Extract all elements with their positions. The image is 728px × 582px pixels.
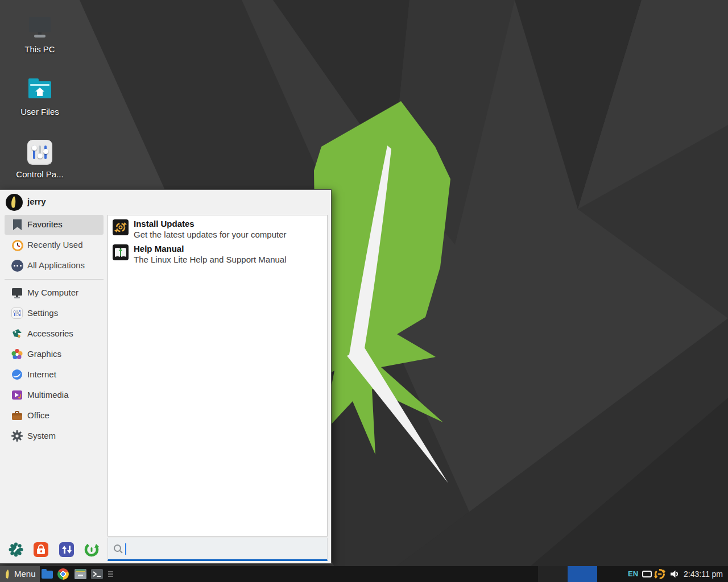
workspace-1[interactable] <box>538 566 568 582</box>
desktop-icon-label: This PC <box>9 44 71 54</box>
category-label: Accessories <box>27 329 73 338</box>
settings-manager-icon[interactable] <box>9 542 23 557</box>
sidebar-item-recently-used[interactable]: Recently Used <box>5 235 104 255</box>
sidebar-separator <box>5 279 104 280</box>
category-my-computer[interactable]: My Computer <box>5 282 104 303</box>
text-caret <box>125 543 126 555</box>
sidebar-item-label: Favorites <box>27 219 63 229</box>
app-row-help-manual[interactable]: Help Manual The Linux Lite Help and Supp… <box>109 243 326 268</box>
office-icon <box>11 410 23 421</box>
help-manual-icon <box>113 244 129 260</box>
clock-icon <box>11 239 24 252</box>
menu-button[interactable]: Menu <box>0 566 40 582</box>
category-label: My Computer <box>27 288 78 297</box>
category-accessories[interactable]: Accessories <box>5 323 104 344</box>
all-apps-icon <box>11 260 24 272</box>
linux-lite-feather-icon <box>6 194 23 211</box>
category-multimedia[interactable]: Multimedia <box>5 385 104 405</box>
app-title: Install Updates <box>134 219 195 228</box>
lock-screen-icon[interactable] <box>34 542 48 557</box>
desktop-icon-label: Control Pa... <box>9 169 71 179</box>
internet-icon <box>11 369 23 380</box>
whisker-menu: jerry Favorites Recently Used All Applic… <box>0 189 332 564</box>
volume-icon[interactable] <box>669 569 680 579</box>
category-settings[interactable]: Settings <box>5 303 104 323</box>
user-avatar[interactable] <box>6 194 23 211</box>
chrome-browser-icon[interactable] <box>57 568 70 580</box>
search-icon <box>113 544 123 554</box>
category-system[interactable]: System <box>5 426 104 446</box>
computer-icon <box>9 14 71 43</box>
system-gear-icon <box>11 430 23 442</box>
category-label: Multimedia <box>27 390 69 400</box>
sidebar-item-label: All Applications <box>27 260 85 270</box>
accessories-icon <box>11 328 23 339</box>
file-manager-icon[interactable] <box>41 568 53 580</box>
my-computer-icon <box>11 287 23 298</box>
category-label: Internet <box>27 369 56 379</box>
settings-icon <box>11 307 23 319</box>
display-tray-icon[interactable] <box>642 571 652 577</box>
desktop-icon-control-panel[interactable]: Control Pa... <box>9 139 71 179</box>
keyboard-layout-indicator[interactable]: EN <box>628 566 638 582</box>
desktop-icon-label: User Files <box>9 107 71 117</box>
sidebar-item-label: Recently Used <box>27 240 83 250</box>
bookmark-icon <box>11 219 24 231</box>
terminal-icon[interactable] <box>91 568 104 580</box>
app-row-install-updates[interactable]: Install Updates Get the latest updates f… <box>109 218 326 243</box>
panel-grip-handle[interactable] <box>108 570 115 578</box>
category-label: System <box>27 431 56 440</box>
update-notifier-icon[interactable] <box>654 568 665 580</box>
category-internet[interactable]: Internet <box>5 364 104 385</box>
app-description: Get the latest updates for your computer <box>134 230 286 239</box>
taskbar: Menu EN <box>0 566 728 582</box>
graphics-icon <box>11 348 23 360</box>
category-label: Office <box>27 410 49 420</box>
username-label: jerry <box>27 197 46 206</box>
desktop: This PC User Files Control Pa... jerry <box>0 0 728 582</box>
category-label: Graphics <box>27 349 61 359</box>
sidebar-item-all-applications[interactable]: All Applications <box>5 256 104 276</box>
menu-button-label: Menu <box>14 566 36 582</box>
app-title: Help Manual <box>134 244 184 253</box>
linux-lite-feather-icon <box>3 569 13 579</box>
archive-manager-icon[interactable] <box>75 568 87 580</box>
category-graphics[interactable]: Graphics <box>5 344 104 364</box>
sidebar-item-favorites[interactable]: Favorites <box>5 215 104 235</box>
multimedia-icon <box>11 389 23 401</box>
search-input[interactable] <box>107 538 328 561</box>
category-office[interactable]: Office <box>5 405 104 426</box>
category-label: Settings <box>27 308 58 318</box>
clock[interactable]: 2:43:11 pm <box>684 566 726 582</box>
desktop-icon-this-pc[interactable]: This PC <box>9 14 71 54</box>
desktop-icon-user-files[interactable]: User Files <box>9 76 71 117</box>
quit-icon[interactable] <box>84 542 99 557</box>
app-list: Install Updates Get the latest updates f… <box>107 215 328 537</box>
app-description: The Linux Lite Help and Support Manual <box>134 255 287 264</box>
switch-user-icon[interactable] <box>59 542 74 557</box>
home-folder-icon <box>9 76 71 106</box>
workspace-2-active[interactable] <box>568 566 597 582</box>
control-panel-icon <box>9 139 71 168</box>
install-updates-icon <box>113 219 129 235</box>
